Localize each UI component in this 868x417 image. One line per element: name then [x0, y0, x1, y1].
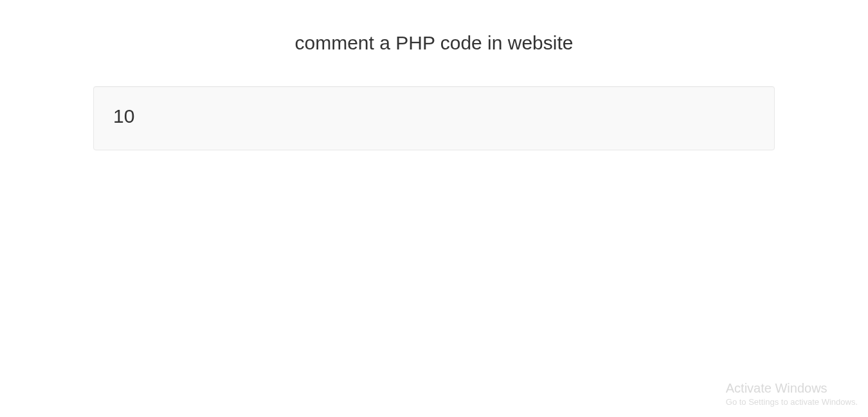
page-title: comment a PHP code in website [93, 32, 775, 54]
output-well: 10 [93, 86, 775, 150]
watermark-subtitle: Go to Settings to activate Windows. [726, 397, 858, 407]
main-content: comment a PHP code in website 10 [93, 0, 775, 150]
watermark-title: Activate Windows [726, 381, 858, 396]
windows-activation-watermark: Activate Windows Go to Settings to activ… [726, 381, 858, 407]
output-value: 10 [113, 105, 755, 128]
